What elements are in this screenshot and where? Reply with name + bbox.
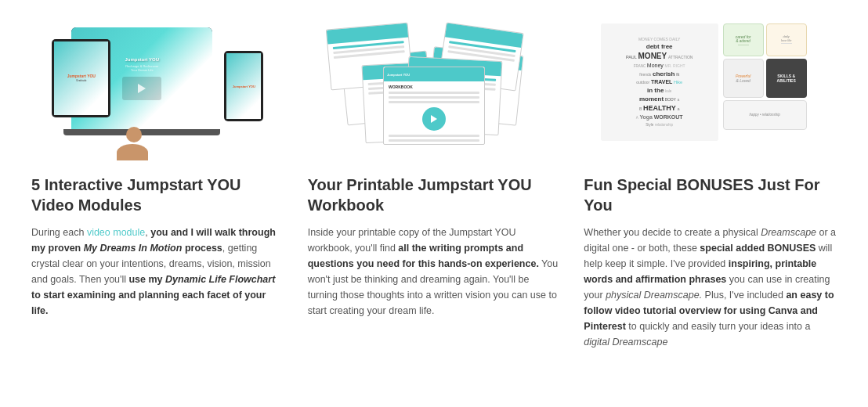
workbook-page-main: Jumpstart YOU WORKBOOK: [383, 67, 485, 145]
phone-device: Jumpstart YOU: [224, 51, 263, 121]
main-container: Jumpstart YOU Recharge & Rediscover Your…: [0, 0, 868, 373]
bonuses-body: Whether you decide to create a physical …: [584, 225, 837, 350]
devices-image-area: Jumpstart YOU Recharge & Rediscover Your…: [31, 16, 284, 160]
workbook-column: Jumpstart YOU WORKBOOK Y: [308, 16, 561, 350]
vision-card-3: Powerful & Loved: [723, 59, 764, 98]
devices-mockup: Jumpstart YOU Recharge & Rediscover Your…: [48, 20, 267, 157]
bonuses-column: MONEY COMES DAILY debt free PAUL MONEY A…: [584, 16, 837, 350]
bonuses-title: Fun Special BONUSES Just For You: [584, 175, 837, 215]
word-cloud: MONEY COMES DAILY debt free PAUL MONEY A…: [601, 23, 718, 141]
workbook-image-area: Jumpstart YOU WORKBOOK: [308, 16, 561, 160]
vision-cards: cared for & adored daily love life Power: [723, 23, 807, 153]
word-cloud-text: MONEY COMES DAILY debt free PAUL MONEY A…: [620, 31, 700, 134]
laptop-screen-content: Jumpstart YOU Recharge & Rediscover Your…: [119, 54, 165, 103]
tablet-screen: Jumpstart YOU Gratitude: [54, 41, 108, 115]
tablet-device: Jumpstart YOU Gratitude: [52, 39, 110, 117]
video-modules-column: Jumpstart YOU Recharge & Rediscover Your…: [31, 16, 284, 350]
person-silhouette: [117, 127, 151, 157]
video-modules-title: 5 Interactive Jumpstart YOU Video Module…: [31, 175, 284, 215]
vision-card-5: happy • relationship: [723, 100, 807, 130]
workbook-mockup: Jumpstart YOU WORKBOOK: [320, 20, 548, 157]
bonuses-image-area: MONEY COMES DAILY debt free PAUL MONEY A…: [584, 16, 837, 160]
vision-card-1: cared for & adored: [723, 23, 764, 56]
workbook-title: Your Printable Jumpstart YOU Workbook: [308, 175, 561, 215]
video-modules-body: During each video module, you and I will…: [31, 225, 284, 319]
vision-card-2: daily love life: [766, 23, 807, 56]
phone-screen: Jumpstart YOU: [226, 53, 261, 119]
vision-board-mockup: MONEY COMES DAILY debt free PAUL MONEY A…: [597, 20, 824, 157]
workbook-body: Inside your printable copy of the Jumpst…: [308, 225, 561, 319]
vision-card-4: SKILLS & ABILITIES: [766, 59, 807, 98]
